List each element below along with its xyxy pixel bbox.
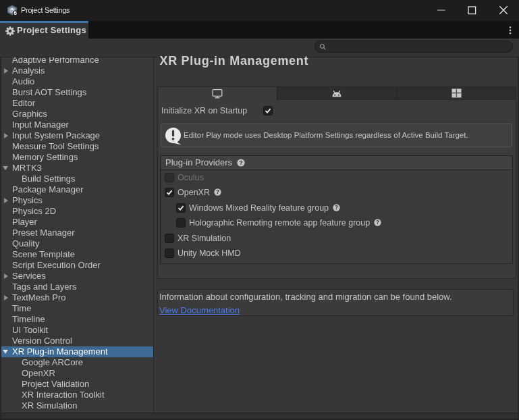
svg-text:?: ? (335, 205, 338, 211)
svg-text:?: ? (216, 189, 219, 195)
svg-text:6: 6 (13, 9, 17, 16)
svg-text:?: ? (239, 159, 243, 166)
svg-text:?: ? (376, 219, 379, 226)
